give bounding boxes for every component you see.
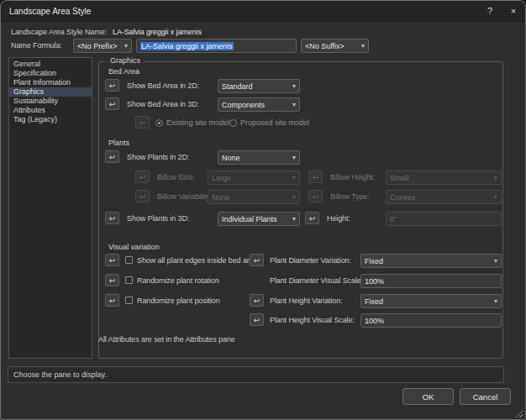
revert-arrow-icon: ↩ (109, 297, 116, 305)
diameter-variation-value: Fixed (365, 257, 383, 265)
chevron-down-icon: ▾ (494, 297, 497, 305)
plants-3d-value: Individual Plants (222, 215, 277, 223)
billow-variability-value: None (212, 193, 230, 202)
plant-height-label: Height: (327, 212, 350, 225)
billow-height-label: Billow Height: (330, 171, 375, 184)
show-plant-edges-checkbox[interactable] (125, 256, 133, 264)
chevron-down-icon: ▾ (292, 215, 296, 223)
resize-grip-icon[interactable] (514, 409, 523, 417)
billow-size-value: Large (212, 174, 231, 182)
bed-area-2d-style-toggle-button[interactable]: ↩ (105, 79, 119, 92)
billow-height-style-toggle-button: ↩ (308, 171, 323, 183)
sidebar-item-specification[interactable]: Specification (9, 69, 92, 78)
name-input-selected-text: LA-Salvia greggii x jamenis (140, 42, 234, 50)
sidebar-item-sustainability[interactable]: Sustainability (9, 97, 92, 106)
billow-size-select: Large ▾ (208, 171, 300, 185)
help-button[interactable]: ? (478, 1, 502, 22)
prefix-select[interactable]: <No Prefix> ▾ (73, 39, 132, 53)
radio-icon (229, 119, 237, 127)
revert-arrow-icon: ↩ (109, 100, 116, 108)
revert-arrow-icon: ↩ (109, 81, 116, 90)
bed-area-2d-select[interactable]: Standard ▾ (218, 79, 300, 93)
height-variation-style-toggle-button[interactable]: ↩ (250, 294, 264, 307)
name-input[interactable]: LA-Salvia greggii x jamenis (136, 39, 297, 53)
close-button[interactable]: × (502, 1, 525, 22)
chevron-down-icon: ▾ (292, 154, 296, 161)
billow-height-select: Small ▾ (386, 171, 502, 185)
billow-size-label: Billow Size: (157, 171, 195, 184)
revert-arrow-icon: ↩ (313, 192, 319, 201)
plants-2d-select[interactable]: None ▾ (218, 150, 300, 165)
billow-type-style-toggle-button: ↩ (308, 190, 323, 202)
diameter-scale-value: 100% (365, 277, 384, 286)
plant-height-field: 0" (386, 212, 502, 226)
height-variation-select[interactable]: Fixed ▾ (360, 294, 502, 308)
dialog-title: Landscape Area Style (9, 7, 478, 16)
suffix-value: <No Suffix> (305, 42, 345, 50)
diameter-variation-select[interactable]: Fixed ▾ (360, 254, 502, 268)
sidebar-item-graphics[interactable]: Graphics (9, 87, 92, 97)
revert-arrow-icon: ↩ (254, 256, 260, 265)
randomize-position-style-toggle-button[interactable]: ↩ (105, 294, 119, 307)
billow-variability-label: Billow Variability: (157, 190, 212, 203)
plants-2d-value: None (222, 154, 240, 162)
style-name-label: Landscape Area Style Name: (11, 25, 107, 39)
ok-button[interactable]: OK (402, 388, 454, 405)
bed-area-3d-style-toggle-button[interactable]: ↩ (105, 97, 119, 110)
randomize-rotation-checkbox[interactable] (125, 276, 133, 284)
randomize-rotation-label: Randomize plant rotation (137, 274, 219, 287)
chevron-down-icon: ▾ (292, 82, 296, 90)
cancel-button[interactable]: Cancel (460, 388, 511, 405)
chevron-down-icon: ▾ (361, 42, 365, 50)
plants-2d-style-toggle-button[interactable]: ↩ (105, 150, 119, 163)
revert-arrow-icon: ↩ (254, 316, 260, 324)
existing-site-model-label: Existing site model (166, 118, 229, 127)
chevron-down-icon: ▾ (292, 193, 296, 201)
suffix-select[interactable]: <No Suffix> ▾ (301, 39, 369, 53)
proposed-site-model-radio: Proposed site model (229, 116, 309, 129)
plants-2d-label: Show Plants in 2D: (127, 150, 189, 164)
prefix-value: <No Prefix> (77, 42, 118, 50)
plant-edges-style-toggle-button[interactable]: ↩ (105, 254, 119, 266)
billow-variability-select: None ▾ (208, 190, 300, 204)
diameter-variation-style-toggle-button[interactable]: ↩ (250, 254, 264, 266)
pane-list: General Specification Plant Information … (8, 57, 92, 359)
diameter-variation-label: Plant Diameter Variation: (270, 254, 351, 267)
billow-variability-style-toggle-button: ↩ (135, 190, 150, 202)
sidebar-item-tag-legacy[interactable]: Tag (Legacy) (9, 115, 92, 124)
randomize-position-checkbox[interactable] (125, 297, 133, 304)
show-plant-edges-label: Show all plant edges inside bed area (137, 254, 258, 267)
diameter-scale-field[interactable]: 100% (360, 274, 502, 288)
height-scale-field[interactable]: 100% (360, 313, 502, 328)
sidebar-item-general[interactable]: General (9, 60, 92, 69)
billow-type-value: Convex (390, 193, 416, 202)
bed-area-2d-value: Standard (222, 82, 253, 91)
plants-3d-select[interactable]: Individual Plants ▾ (218, 212, 300, 226)
billow-type-label: Billow Type: (330, 190, 370, 203)
height-scale-style-toggle-button[interactable]: ↩ (250, 313, 264, 326)
revert-arrow-icon: ↩ (109, 256, 116, 265)
sidebar-item-plant-information[interactable]: Plant Information (9, 78, 92, 87)
randomize-rotation-style-toggle-button[interactable]: ↩ (105, 274, 119, 286)
revert-arrow-icon: ↩ (254, 297, 260, 305)
chevron-down-icon: ▾ (292, 174, 296, 181)
billow-type-select: Convex ▾ (386, 190, 502, 204)
revert-arrow-icon: ↩ (139, 192, 146, 201)
plants-3d-label: Show Plants in 3D: (127, 212, 189, 225)
billow-size-style-toggle-button: ↩ (135, 171, 150, 183)
chevron-down-icon: ▾ (292, 101, 296, 108)
plant-height-value: 0" (390, 215, 397, 223)
visual-variation-heading: Visual variation (108, 243, 160, 251)
landscape-area-style-dialog: Landscape Area Style ? × Landscape Area … (0, 0, 526, 420)
height-variation-value: Fixed (365, 297, 383, 306)
sidebar-item-attributes[interactable]: Attributes (9, 106, 92, 115)
name-formula-label: Name Formula: (11, 39, 62, 52)
title-bar[interactable]: Landscape Area Style ? × (1, 1, 525, 22)
revert-arrow-icon: ↩ (139, 173, 146, 181)
bed-area-2d-label: Show Bed Area in 2D: (127, 79, 199, 92)
plant-height-style-toggle-button[interactable]: ↩ (305, 212, 319, 224)
attributes-note: All Attributes are set in the Attributes… (98, 333, 235, 346)
revert-arrow-icon: ↩ (109, 214, 116, 223)
plants-3d-style-toggle-button[interactable]: ↩ (105, 212, 119, 224)
bed-area-3d-select[interactable]: Components ▾ (218, 97, 300, 112)
